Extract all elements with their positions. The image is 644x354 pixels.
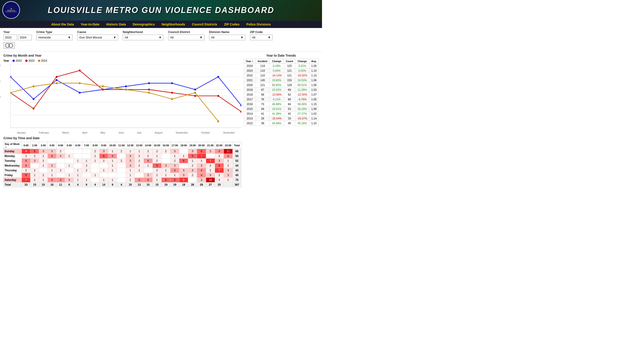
heatmap-cell: 3	[215, 158, 224, 163]
legend-2024: 2024	[38, 59, 47, 62]
trends-inc-change: -25.64%	[270, 116, 284, 121]
heatmap-cell	[117, 178, 126, 183]
heatmap-day: Sunday	[4, 149, 22, 154]
nav-about[interactable]: About the Data	[51, 23, 74, 26]
trends-row: 2018 58 -23.68% 62 -22.50% 1.07	[244, 92, 318, 97]
heatmap-cell	[65, 168, 74, 173]
trends-inc-change: 48.98%	[270, 102, 284, 107]
heatmap-cell: 1	[30, 178, 39, 183]
heatmap-cell: 2	[117, 158, 126, 163]
cause-dropdown[interactable]: Gun Shot Wound ▼	[77, 35, 118, 40]
heatmap-cell: 2	[215, 178, 224, 183]
heatmap-cell: 1	[161, 173, 170, 178]
heatmap-cell: 3	[39, 149, 48, 154]
heatmap-cell	[74, 154, 82, 158]
heatmap-cell: 7	[22, 178, 30, 183]
th-incident: Incident	[256, 59, 270, 64]
trends-incident: 145	[256, 78, 270, 83]
heatmap-cell: 2	[30, 168, 39, 173]
heatmap-cell: 2	[206, 163, 215, 168]
heatmap-cell: 4	[22, 158, 30, 163]
heatmap-cell: 1	[48, 173, 56, 178]
heatmap-row: Friday61211111321132432340	[4, 173, 241, 178]
heatmap-cell: 1	[39, 163, 48, 168]
heatmap-cell: 2	[135, 154, 144, 158]
heatmap-cell: 1	[30, 173, 39, 178]
th-avg: Avg.	[310, 59, 318, 64]
nav-zip[interactable]: ZIP Codes	[224, 23, 240, 26]
legend-2022: 2022	[12, 59, 22, 62]
nav-neighborhoods[interactable]: Neighborhoods	[162, 23, 185, 26]
chart-svg	[10, 64, 241, 128]
heatmap-cell: 1	[108, 168, 117, 173]
trends-cnt-change: 11.29%	[295, 88, 309, 92]
nav-historic[interactable]: Historic Data	[106, 23, 126, 26]
trends-year: 2017	[244, 97, 256, 102]
heatmap-cell: 3	[144, 173, 152, 178]
trends-count: 80	[284, 97, 295, 102]
header-logo: ⚜ LOUISVILLE JEFFERSON COUNTY	[2, 1, 20, 19]
trends-avg: 1.03	[310, 88, 318, 92]
col-header-1: 1:00	[30, 142, 39, 149]
col-header-13: 13:00	[135, 142, 144, 149]
filter-bar: Year Crime Type Homicide ▼ Cause Gun Sho…	[0, 28, 322, 51]
heatmap-col-total: 19	[170, 183, 179, 187]
heatmap-cell	[56, 158, 65, 163]
nav-police[interactable]: Police Divisions	[246, 23, 271, 26]
trends-row: 2023 110 0.00% 121 0.00% 1.10	[244, 69, 318, 73]
heatmap-day: Thursday	[4, 168, 22, 173]
heatmap-day: Monday	[4, 154, 22, 158]
zip-code-dropdown[interactable]: All ▼	[250, 35, 273, 40]
trends-year: 2022	[244, 73, 256, 78]
heatmap-cell: 10	[206, 178, 215, 183]
heatmap-cell: 1	[161, 168, 170, 173]
heatmap-cell	[82, 173, 91, 178]
year-to-input[interactable]	[18, 35, 32, 40]
trends-cnt-change: 85.51%	[295, 83, 309, 88]
trends-inc-change: 19.83%	[270, 78, 284, 83]
heatmap-cell	[48, 158, 56, 163]
trends-inc-change: 8.18%	[270, 64, 284, 69]
nav-demographics[interactable]: Demographics	[133, 23, 155, 26]
year-filter: Year	[4, 30, 32, 49]
chevron-down-icon: ▼	[268, 36, 271, 39]
chart-legend: Year 2022 2023 2024	[4, 59, 241, 62]
trends-incident: 41	[256, 111, 270, 116]
trends-avg: 1.08	[310, 107, 318, 111]
heatmap-col-total: 11	[56, 183, 65, 187]
heatmap-col-total: 4	[117, 183, 126, 187]
heatmap-cell: 2	[39, 158, 48, 163]
neighborhood-dropdown[interactable]: All ▼	[123, 35, 164, 40]
heatmap-cell: 1	[91, 154, 100, 158]
heatmap-cell: 2	[215, 154, 224, 158]
council-district-dropdown[interactable]: All ▼	[168, 35, 204, 40]
heatmap-cell: 2	[152, 158, 161, 163]
heatmap-cell	[82, 149, 91, 154]
nav-ytd[interactable]: Year-to-Date	[81, 23, 99, 26]
heatmap-cell	[144, 168, 152, 173]
trends-cnt-change: -26.67%	[295, 116, 309, 121]
heatmap-cell: 4	[197, 173, 206, 178]
trends-inc-change: 19.51%	[270, 107, 284, 111]
heatmap-cell: 4	[144, 178, 152, 183]
heatmap-cell: 1	[144, 163, 152, 168]
trends-incident: 110	[256, 69, 270, 73]
heatmap-total-row: Total33151018116464149415131515191918282…	[4, 183, 241, 187]
compare-button[interactable]	[4, 42, 15, 49]
heatmap-cell: 2	[56, 168, 65, 173]
svg-point-20	[33, 108, 34, 110]
heatmap-cell: 3	[206, 173, 215, 178]
col-header-21: 21:00	[206, 142, 215, 149]
heatmap-row: Monday221431164322111572450	[4, 154, 241, 158]
heatmap-cell: 1	[224, 158, 232, 163]
trends-incident: 49	[256, 107, 270, 111]
heatmap-cell: 4	[135, 178, 144, 183]
heatmap-cell: 1	[39, 178, 48, 183]
trends-inc-change: -23.68%	[270, 92, 284, 97]
crime-type-dropdown[interactable]: Homicide ▼	[36, 35, 73, 40]
year-from-input[interactable]	[4, 35, 17, 40]
trends-incident: 29	[256, 116, 270, 121]
nav-council[interactable]: Council Districts	[192, 23, 217, 26]
division-name-dropdown[interactable]: All ▼	[209, 35, 246, 40]
heatmap-cell: 1	[65, 173, 74, 178]
